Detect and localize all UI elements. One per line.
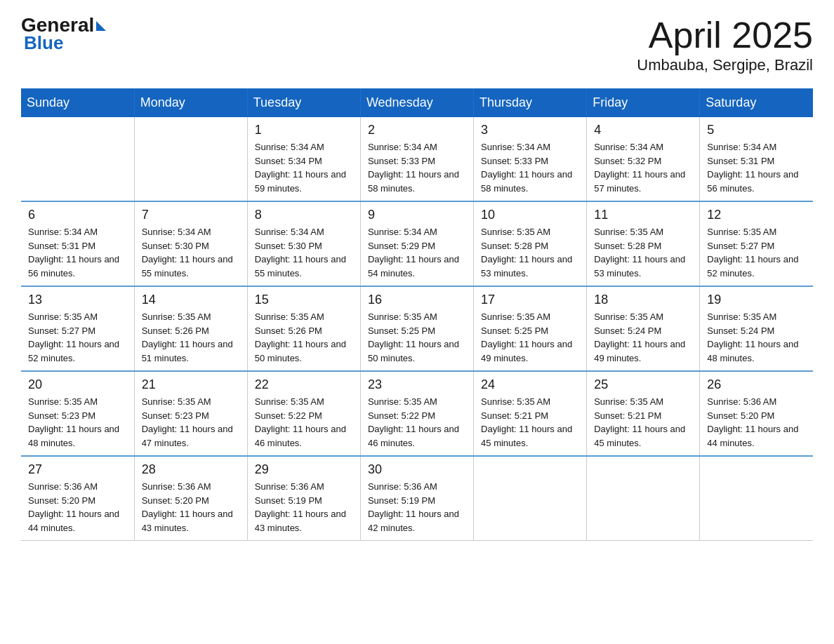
day-info: Sunrise: 5:36 AMSunset: 5:20 PMDaylight:… (28, 480, 127, 535)
calendar-cell: 1Sunrise: 5:34 AMSunset: 5:34 PMDaylight… (247, 117, 360, 201)
weekday-header-wednesday: Wednesday (360, 88, 473, 117)
day-number: 15 (255, 293, 353, 307)
day-info: Sunrise: 5:34 AMSunset: 5:31 PMDaylight:… (707, 140, 806, 195)
day-info: Sunrise: 5:35 AMSunset: 5:28 PMDaylight:… (481, 225, 579, 280)
day-number: 19 (707, 293, 806, 307)
day-number: 25 (594, 377, 692, 392)
calendar-cell: 2Sunrise: 5:34 AMSunset: 5:33 PMDaylight… (360, 117, 473, 201)
calendar-cell: 6Sunrise: 5:34 AMSunset: 5:31 PMDaylight… (21, 201, 134, 286)
day-number: 7 (142, 208, 240, 222)
calendar-cell: 14Sunrise: 5:35 AMSunset: 5:26 PMDayligh… (134, 286, 247, 371)
weekday-header-thursday: Thursday (474, 88, 587, 117)
logo-blue-text: Blue (24, 32, 63, 54)
calendar-cell: 25Sunrise: 5:35 AMSunset: 5:21 PMDayligh… (587, 371, 700, 456)
calendar-week-row: 1Sunrise: 5:34 AMSunset: 5:34 PMDaylight… (21, 117, 813, 201)
calendar-cell (21, 117, 134, 201)
day-number: 17 (481, 293, 579, 307)
day-info: Sunrise: 5:34 AMSunset: 5:30 PMDaylight:… (255, 225, 353, 280)
day-number: 20 (28, 377, 127, 392)
calendar-cell: 24Sunrise: 5:35 AMSunset: 5:21 PMDayligh… (474, 371, 587, 456)
day-number: 22 (255, 377, 353, 392)
calendar-cell: 18Sunrise: 5:35 AMSunset: 5:24 PMDayligh… (587, 286, 700, 371)
day-info: Sunrise: 5:34 AMSunset: 5:30 PMDaylight:… (142, 225, 240, 280)
weekday-header-sunday: Sunday (21, 88, 134, 117)
day-info: Sunrise: 5:34 AMSunset: 5:31 PMDaylight:… (28, 225, 127, 280)
calendar-cell: 23Sunrise: 5:35 AMSunset: 5:22 PMDayligh… (360, 371, 473, 456)
calendar-week-row: 13Sunrise: 5:35 AMSunset: 5:27 PMDayligh… (21, 286, 813, 371)
calendar-week-row: 27Sunrise: 5:36 AMSunset: 5:20 PMDayligh… (21, 456, 813, 541)
calendar-cell: 19Sunrise: 5:35 AMSunset: 5:24 PMDayligh… (700, 286, 813, 371)
day-info: Sunrise: 5:34 AMSunset: 5:33 PMDaylight:… (481, 140, 579, 195)
day-number: 10 (481, 208, 579, 222)
calendar-cell: 9Sunrise: 5:34 AMSunset: 5:29 PMDaylight… (360, 201, 473, 286)
day-number: 13 (28, 293, 127, 307)
calendar-table: SundayMondayTuesdayWednesdayThursdayFrid… (21, 88, 813, 541)
day-info: Sunrise: 5:35 AMSunset: 5:26 PMDaylight:… (255, 310, 353, 365)
calendar-cell: 26Sunrise: 5:36 AMSunset: 5:20 PMDayligh… (700, 371, 813, 456)
day-number: 4 (594, 123, 692, 137)
day-number: 28 (142, 462, 240, 477)
calendar-cell: 17Sunrise: 5:35 AMSunset: 5:25 PMDayligh… (474, 286, 587, 371)
day-info: Sunrise: 5:35 AMSunset: 5:21 PMDaylight:… (594, 395, 692, 450)
day-info: Sunrise: 5:35 AMSunset: 5:22 PMDaylight:… (368, 395, 466, 450)
day-info: Sunrise: 5:35 AMSunset: 5:22 PMDaylight:… (255, 395, 353, 450)
calendar-cell: 10Sunrise: 5:35 AMSunset: 5:28 PMDayligh… (474, 201, 587, 286)
calendar-cell: 12Sunrise: 5:35 AMSunset: 5:27 PMDayligh… (700, 201, 813, 286)
day-number: 8 (255, 208, 353, 222)
calendar-cell: 21Sunrise: 5:35 AMSunset: 5:23 PMDayligh… (134, 371, 247, 456)
calendar-cell: 27Sunrise: 5:36 AMSunset: 5:20 PMDayligh… (21, 456, 134, 541)
day-info: Sunrise: 5:35 AMSunset: 5:26 PMDaylight:… (142, 310, 240, 365)
weekday-header-tuesday: Tuesday (247, 88, 360, 117)
logo: General Blue (21, 14, 106, 54)
calendar-cell (474, 456, 587, 541)
location: Umbauba, Sergipe, Brazil (637, 56, 813, 74)
calendar-header: SundayMondayTuesdayWednesdayThursdayFrid… (21, 88, 813, 117)
day-info: Sunrise: 5:35 AMSunset: 5:27 PMDaylight:… (28, 310, 127, 365)
weekday-header-monday: Monday (134, 88, 247, 117)
calendar-week-row: 20Sunrise: 5:35 AMSunset: 5:23 PMDayligh… (21, 371, 813, 456)
day-number: 5 (707, 123, 806, 137)
calendar-cell: 5Sunrise: 5:34 AMSunset: 5:31 PMDaylight… (700, 117, 813, 201)
calendar-week-row: 6Sunrise: 5:34 AMSunset: 5:31 PMDaylight… (21, 201, 813, 286)
day-info: Sunrise: 5:35 AMSunset: 5:24 PMDaylight:… (707, 310, 806, 365)
calendar-cell: 4Sunrise: 5:34 AMSunset: 5:32 PMDaylight… (587, 117, 700, 201)
logo-arrow-icon (96, 21, 106, 31)
calendar-cell: 20Sunrise: 5:35 AMSunset: 5:23 PMDayligh… (21, 371, 134, 456)
day-number: 18 (594, 293, 692, 307)
title-area: April 2025 Umbauba, Sergipe, Brazil (637, 14, 813, 74)
day-number: 3 (481, 123, 579, 137)
day-info: Sunrise: 5:36 AMSunset: 5:19 PMDaylight:… (255, 480, 353, 535)
weekday-header-row: SundayMondayTuesdayWednesdayThursdayFrid… (21, 88, 813, 117)
day-info: Sunrise: 5:36 AMSunset: 5:20 PMDaylight:… (142, 480, 240, 535)
day-number: 26 (707, 377, 806, 392)
day-info: Sunrise: 5:36 AMSunset: 5:20 PMDaylight:… (707, 395, 806, 450)
calendar-cell (700, 456, 813, 541)
calendar-cell: 13Sunrise: 5:35 AMSunset: 5:27 PMDayligh… (21, 286, 134, 371)
day-number: 29 (255, 462, 353, 477)
day-info: Sunrise: 5:35 AMSunset: 5:27 PMDaylight:… (707, 225, 806, 280)
calendar-cell: 28Sunrise: 5:36 AMSunset: 5:20 PMDayligh… (134, 456, 247, 541)
day-info: Sunrise: 5:36 AMSunset: 5:19 PMDaylight:… (368, 480, 466, 535)
day-number: 12 (707, 208, 806, 222)
day-number: 2 (368, 123, 466, 137)
calendar-cell: 15Sunrise: 5:35 AMSunset: 5:26 PMDayligh… (247, 286, 360, 371)
day-number: 16 (368, 293, 466, 307)
page-header: General Blue April 2025 Umbauba, Sergipe… (21, 14, 813, 74)
day-info: Sunrise: 5:35 AMSunset: 5:23 PMDaylight:… (28, 395, 127, 450)
day-info: Sunrise: 5:35 AMSunset: 5:25 PMDaylight:… (481, 310, 579, 365)
day-info: Sunrise: 5:34 AMSunset: 5:32 PMDaylight:… (594, 140, 692, 195)
weekday-header-friday: Friday (587, 88, 700, 117)
calendar-cell: 22Sunrise: 5:35 AMSunset: 5:22 PMDayligh… (247, 371, 360, 456)
day-info: Sunrise: 5:35 AMSunset: 5:21 PMDaylight:… (481, 395, 579, 450)
calendar-cell (587, 456, 700, 541)
day-info: Sunrise: 5:35 AMSunset: 5:28 PMDaylight:… (594, 225, 692, 280)
calendar-cell: 11Sunrise: 5:35 AMSunset: 5:28 PMDayligh… (587, 201, 700, 286)
day-number: 23 (368, 377, 466, 392)
calendar-cell: 29Sunrise: 5:36 AMSunset: 5:19 PMDayligh… (247, 456, 360, 541)
day-number: 11 (594, 208, 692, 222)
day-number: 6 (28, 208, 127, 222)
calendar-body: 1Sunrise: 5:34 AMSunset: 5:34 PMDaylight… (21, 117, 813, 541)
day-info: Sunrise: 5:35 AMSunset: 5:25 PMDaylight:… (368, 310, 466, 365)
day-number: 30 (368, 462, 466, 477)
day-number: 14 (142, 293, 240, 307)
